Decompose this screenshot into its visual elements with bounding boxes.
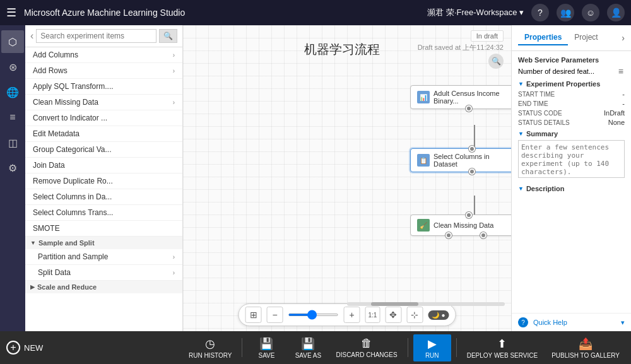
quick-help-label: Quick Help: [533, 319, 567, 326]
canvas-search-icon[interactable]: 🔍: [488, 54, 504, 69]
deploy-button[interactable]: ⬆ DEPLOY WEB SERVICE: [462, 334, 543, 361]
start-time-value: -: [622, 90, 625, 98]
module-list: Add Columns › Add Rows › Apply SQL Trans…: [25, 47, 182, 331]
quick-help-expand-icon: ▾: [621, 319, 625, 327]
web-service-param-row: Number of desired feat... ≡: [518, 66, 625, 76]
zoom-out-button[interactable]: −: [267, 307, 283, 323]
move-tool-button[interactable]: ✥: [385, 307, 401, 323]
module-item-group-categorical[interactable]: Group Categorical Va...: [25, 142, 182, 158]
tab-properties[interactable]: Properties: [518, 30, 568, 45]
node-adult-census[interactable]: 📊 Adult Census Income Binary...: [410, 85, 511, 109]
node-output-connector-left[interactable]: [445, 232, 452, 238]
prop-start-time: START TIME -: [518, 90, 625, 98]
publish-label: PUBLISH TO GALLERY: [551, 352, 620, 359]
properties-collapse-button[interactable]: ›: [622, 33, 625, 43]
node-output-connector[interactable]: [466, 105, 472, 112]
discard-icon: 🗑: [361, 337, 372, 350]
sidebar-item-experiments[interactable]: ⬡: [1, 30, 24, 53]
sidebar-item-layers[interactable]: ≡: [1, 106, 24, 129]
canvas-horizontal-scrollbar[interactable]: [347, 302, 505, 306]
category-sample-split[interactable]: ▼ Sample and Split: [25, 237, 182, 249]
module-item-add-rows[interactable]: Add Rows ›: [25, 63, 182, 79]
run-history-icon: ◷: [205, 337, 215, 351]
theme-toggle[interactable]: 🌙 ●: [428, 310, 449, 320]
app-title: Microsoft Azure Machine Learning Studio: [24, 8, 427, 18]
deploy-label: DEPLOY WEB SERVICE: [467, 352, 538, 359]
back-arrow-icon[interactable]: ‹: [30, 30, 33, 42]
module-item-join-data[interactable]: Join Data: [25, 158, 182, 173]
run-history-button[interactable]: ◷ RUN HISTORY: [184, 334, 237, 361]
smile-icon[interactable]: ☺: [582, 4, 599, 21]
avatar-icon[interactable]: 👤: [607, 4, 625, 21]
bottom-actions: ◷ RUN HISTORY 💾 SAVE 💾 SAVE AS 🗑 DISCARD…: [184, 334, 625, 361]
zoom-reset-button[interactable]: 1:1: [365, 307, 380, 323]
node-output-connector[interactable]: [469, 168, 475, 175]
draft-saved-text: Draft saved at 上午11:24:32: [418, 43, 504, 52]
module-item-edit-metadata[interactable]: Edit Metadata: [25, 126, 182, 142]
canvas-draft-info: In draft Draft saved at 上午11:24:32 🔍: [418, 30, 504, 69]
module-item-clean-missing[interactable]: Clean Missing Data ›: [25, 95, 182, 110]
sidebar-item-box[interactable]: ◫: [1, 131, 24, 154]
module-item-convert-indicator[interactable]: Convert to Indicator ...: [25, 110, 182, 126]
summary-title: ▼ Summary: [518, 130, 625, 138]
summary-textarea[interactable]: [518, 140, 625, 178]
run-icon: ▶: [428, 337, 437, 351]
workspace-button[interactable]: 瀕君 荣·Free-Workspace ▾: [427, 7, 524, 18]
fit-view-button[interactable]: ⊞: [245, 307, 262, 323]
sidebar-item-globe[interactable]: 🌐: [1, 81, 24, 103]
section-collapse-icon: ▼: [518, 81, 524, 87]
hamburger-icon[interactable]: ☰: [6, 6, 16, 20]
canvas-area[interactable]: 机器学习流程 In draft Draft saved at 上午11:24:3…: [183, 25, 511, 331]
module-item-select-columns-trans[interactable]: Select Columns Trans...: [25, 205, 182, 221]
people-icon[interactable]: 👥: [557, 4, 574, 21]
sidebar-item-gear[interactable]: ⚙: [1, 156, 24, 179]
properties-tabs: Properties Project: [518, 30, 604, 45]
grid-button[interactable]: ⊹: [406, 307, 423, 323]
main-layout: ⬡ ⊛ 🌐 ≡ ◫ ⚙ ‹ 🔍 Add Columns › Add Rows ›…: [0, 25, 631, 331]
module-item-select-columns[interactable]: Select Columns in Da...: [25, 189, 182, 205]
web-service-param-dots[interactable]: ≡: [618, 66, 625, 76]
help-icon[interactable]: ?: [531, 4, 549, 21]
zoom-slider[interactable]: [288, 314, 339, 316]
category-scale-reduce[interactable]: ▶ Scale and Reduce: [25, 281, 182, 293]
module-item-split-data[interactable]: Split Data ›: [25, 265, 182, 281]
section-collapse-icon: ▼: [518, 185, 524, 192]
save-label: SAVE: [259, 352, 275, 359]
search-button[interactable]: 🔍: [159, 29, 177, 43]
divider: [408, 338, 408, 357]
new-button[interactable]: + NEW: [6, 341, 43, 355]
canvas-title: 机器学习流程: [266, 41, 418, 58]
status-details-label: STATUS DETAILS: [518, 119, 570, 126]
experiment-properties-title: ▼ Experiment Properties: [518, 80, 625, 88]
properties-header: Properties Project ›: [512, 25, 631, 51]
search-input[interactable]: [36, 29, 156, 43]
quick-help-content: ? Quick Help: [518, 317, 567, 327]
module-item-apply-sql[interactable]: Apply SQL Transform....: [25, 79, 182, 95]
node-input-connector[interactable]: [466, 212, 472, 218]
arrow-icon: ›: [173, 254, 175, 261]
node-clean-missing[interactable]: 🧹 Clean Missing Data: [410, 214, 511, 236]
run-button[interactable]: ▶ RUN: [413, 334, 451, 361]
module-item-smote[interactable]: SMOTE: [25, 221, 182, 237]
node-select-columns[interactable]: 📋 Select Columns in Dataset ⚙: [410, 148, 511, 172]
save-as-button[interactable]: 💾 SAVE AS: [289, 334, 327, 361]
node-output-connector-right[interactable]: [480, 232, 487, 238]
zoom-in-button[interactable]: +: [344, 307, 360, 323]
node-data-icon: 📊: [417, 91, 430, 103]
run-history-label: RUN HISTORY: [189, 352, 232, 359]
quick-help-row[interactable]: ? Quick Help ▾: [512, 313, 631, 331]
node-input-connector[interactable]: [469, 146, 475, 152]
module-item-add-columns[interactable]: Add Columns ›: [25, 47, 182, 63]
properties-body: Web Service Parameters Number of desired…: [512, 51, 631, 313]
tab-project[interactable]: Project: [568, 30, 604, 45]
discard-button[interactable]: 🗑 DISCARD CHANGES: [331, 334, 402, 361]
sidebar-item-data[interactable]: ⊛: [1, 56, 24, 78]
node-label: Adult Census Income Binary...: [433, 90, 511, 105]
module-item-remove-duplicate[interactable]: Remove Duplicate Ro...: [25, 173, 182, 189]
save-icon: 💾: [259, 337, 273, 351]
save-button[interactable]: 💾 SAVE: [247, 334, 285, 361]
module-item-partition-sample[interactable]: Partition and Sample ›: [25, 249, 182, 265]
arrow-icon: ›: [173, 269, 175, 276]
status-code-value: InDraft: [604, 109, 625, 117]
publish-button[interactable]: 📤 PUBLISH TO GALLERY: [546, 334, 625, 361]
